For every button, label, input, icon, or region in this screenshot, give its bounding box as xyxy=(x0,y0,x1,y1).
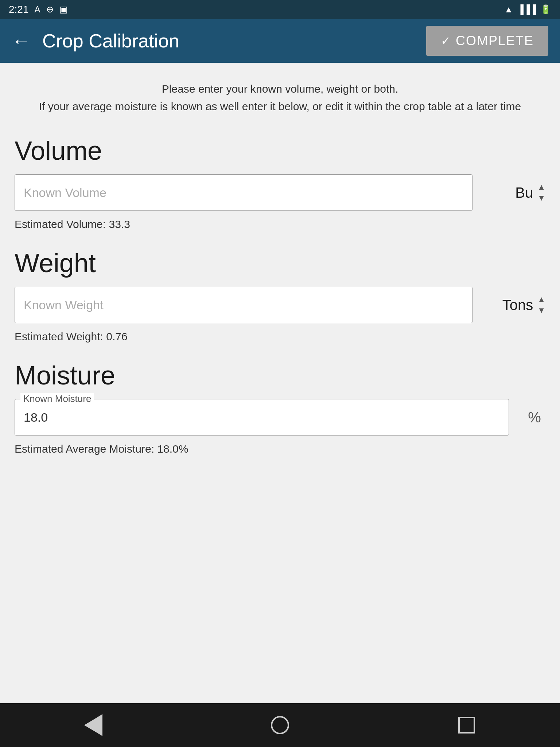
weight-unit-arrows: ▲ ▼ xyxy=(537,295,545,315)
unit-down-arrow: ▼ xyxy=(537,193,545,203)
moisture-unit-label: % xyxy=(524,409,545,426)
bottom-nav xyxy=(0,703,560,747)
page-title: Crop Calibration xyxy=(42,30,426,52)
weight-input-row: Tons ▲ ▼ xyxy=(15,287,545,323)
instruction-block: Please enter your known volume, weight o… xyxy=(15,80,545,115)
nav-home-button[interactable] xyxy=(265,711,295,740)
moisture-header: Moisture xyxy=(15,360,545,390)
moisture-estimated: Estimated Average Moisture: 18.0% xyxy=(15,443,545,455)
weight-input[interactable] xyxy=(15,287,472,323)
moisture-input[interactable] xyxy=(15,399,509,436)
weight-estimated: Estimated Weight: 0.76 xyxy=(15,330,545,343)
status-bar: 2:21 A ⊕ ▣ ▲ ▐▐▐ 🔋 xyxy=(0,0,560,19)
volume-input-container xyxy=(15,174,472,211)
notification-a-icon: A xyxy=(35,4,40,15)
volume-header: Volume xyxy=(15,136,545,166)
volume-unit-arrows: ▲ ▼ xyxy=(537,182,545,203)
status-bar-right: ▲ ▐▐▐ 🔋 xyxy=(504,4,551,15)
moisture-floating-label: Known Moisture xyxy=(20,393,94,405)
weight-input-container xyxy=(15,287,472,323)
wifi-icon: ▲ xyxy=(504,4,513,15)
weight-unit-label: Tons xyxy=(502,297,533,313)
back-arrow-icon: ← xyxy=(12,30,31,52)
volume-input-row: Bu ▲ ▼ xyxy=(15,174,545,211)
nav-recent-button[interactable] xyxy=(452,711,481,740)
notification-p-icon: ⊕ xyxy=(46,4,54,15)
home-nav-icon xyxy=(271,716,289,734)
check-icon: ✓ xyxy=(441,34,451,48)
sim-icon: ▣ xyxy=(59,4,68,15)
moisture-input-container: Known Moisture xyxy=(15,399,509,436)
nav-back-button[interactable] xyxy=(79,711,108,740)
battery-icon: 🔋 xyxy=(540,4,551,15)
volume-section: Volume Bu ▲ ▼ Estimated Volume: 33.3 xyxy=(15,136,545,231)
weight-header: Weight xyxy=(15,248,545,278)
weight-unit-selector[interactable]: Tons ▲ ▼ xyxy=(487,295,545,315)
main-content: Please enter your known volume, weight o… xyxy=(0,63,560,703)
weight-unit-up-arrow: ▲ xyxy=(537,295,545,304)
instruction-line2: If your average moisture is known as wel… xyxy=(15,98,545,115)
weight-unit-down-arrow: ▼ xyxy=(537,306,545,315)
weight-section: Weight Tons ▲ ▼ Estimated Weight: 0.76 xyxy=(15,248,545,343)
status-time: 2:21 xyxy=(9,4,29,15)
recent-nav-icon xyxy=(458,717,475,734)
instruction-line1: Please enter your known volume, weight o… xyxy=(15,80,545,98)
signal-icon: ▐▐▐ xyxy=(517,4,536,15)
moisture-input-row: Known Moisture % xyxy=(15,399,545,436)
volume-unit-label: Bu xyxy=(515,185,533,201)
back-button[interactable]: ← xyxy=(12,30,31,52)
volume-input[interactable] xyxy=(15,174,472,211)
volume-estimated: Estimated Volume: 33.3 xyxy=(15,218,545,231)
app-bar: ← Crop Calibration ✓ COMPLETE xyxy=(0,19,560,63)
complete-label: COMPLETE xyxy=(456,33,534,49)
complete-button[interactable]: ✓ COMPLETE xyxy=(426,26,548,56)
moisture-section: Moisture Known Moisture % Estimated Aver… xyxy=(15,360,545,455)
back-nav-icon xyxy=(84,714,102,736)
status-bar-left: 2:21 A ⊕ ▣ xyxy=(9,4,68,15)
unit-up-arrow: ▲ xyxy=(537,182,545,192)
volume-unit-selector[interactable]: Bu ▲ ▼ xyxy=(487,182,545,203)
